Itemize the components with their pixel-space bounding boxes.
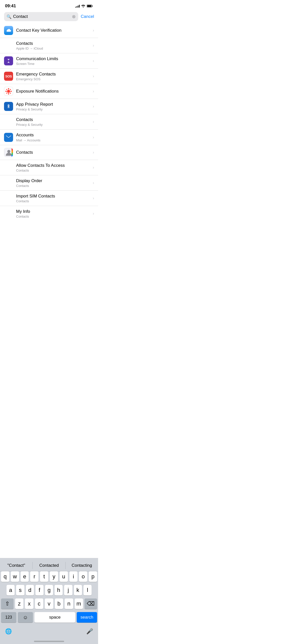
result-title: Accounts [16, 132, 92, 138]
svg-point-12 [10, 89, 11, 90]
search-input[interactable] [13, 14, 70, 19]
result-title: Contacts [16, 41, 92, 46]
list-item[interactable]: My Info Contacts › [0, 206, 98, 221]
list-item[interactable]: Import SIM Contacts Contacts › [0, 191, 98, 206]
svg-point-17 [7, 150, 10, 153]
list-item[interactable]: Exposure Notifications › [0, 84, 98, 99]
result-subtitle: Contacts [16, 215, 92, 218]
svg-point-10 [6, 89, 7, 90]
svg-rect-3 [7, 59, 10, 59]
svg-point-9 [11, 91, 12, 92]
screentime-icon [4, 56, 13, 65]
result-subtitle: Emergency SOS [16, 77, 92, 81]
clear-button[interactable]: ⊗ [72, 14, 76, 19]
cancel-button[interactable]: Cancel [81, 14, 94, 19]
chevron-right-icon: › [93, 104, 94, 109]
chevron-right-icon: › [93, 211, 94, 216]
chevron-right-icon: › [93, 150, 94, 155]
search-input-wrap[interactable]: 🔍 ⊗ [4, 12, 78, 21]
chevron-right-icon: › [93, 135, 94, 140]
contacts-app-icon [4, 148, 13, 157]
mail-icon [4, 133, 13, 142]
sos-icon: SOS [4, 72, 13, 81]
list-item[interactable]: Accounts Mail → Accounts › [0, 130, 98, 145]
privacy-icon [4, 102, 13, 111]
chevron-right-icon: › [93, 74, 94, 78]
list-item[interactable]: Contacts Privacy & Security › [0, 114, 98, 130]
chevron-right-icon: › [93, 59, 94, 63]
results-list: Contact Key Verification › Contacts Appl… [0, 23, 98, 221]
chevron-right-icon: › [93, 196, 94, 200]
result-title: Display Order [16, 178, 92, 184]
svg-rect-22 [12, 155, 13, 157]
svg-rect-4 [7, 63, 10, 63]
result-subtitle: Contacts [16, 169, 92, 172]
result-subtitle: Contacts [16, 199, 92, 203]
result-subtitle: Contacts [16, 184, 92, 188]
result-title: Contacts [16, 150, 92, 155]
chevron-right-icon: › [93, 165, 94, 170]
svg-point-5 [7, 90, 10, 93]
list-item[interactable]: Contacts › [0, 145, 98, 160]
svg-point-8 [6, 91, 7, 92]
result-title: Emergency Contacts [16, 71, 92, 77]
result-subtitle: Privacy & Security [16, 123, 92, 127]
status-icons [75, 5, 93, 8]
list-item[interactable]: App Privacy Report Privacy & Security › [0, 99, 98, 114]
list-item[interactable]: Display Order Contacts › [0, 175, 98, 191]
list-item[interactable]: Communication Limits Screen Time › [0, 53, 98, 69]
svg-rect-20 [12, 150, 13, 153]
result-subtitle: Privacy & Security [16, 107, 92, 111]
result-title: Exposure Notifications [16, 89, 92, 94]
svg-rect-21 [12, 153, 13, 155]
svg-point-7 [8, 93, 9, 95]
list-item[interactable]: Contacts Apple ID → iCloud › [0, 38, 98, 53]
result-subtitle: Mail → Accounts [16, 138, 92, 142]
svg-point-13 [6, 93, 7, 94]
chevron-right-icon: › [93, 89, 94, 94]
svg-point-11 [10, 93, 11, 94]
result-title: Contacts [16, 117, 92, 123]
result-title: Allow Contacts To Access [16, 163, 92, 168]
result-title: App Privacy Report [16, 102, 92, 107]
list-item[interactable]: SOS Emergency Contacts Emergency SOS › [0, 69, 98, 84]
chevron-right-icon: › [93, 119, 94, 124]
chevron-right-icon: › [93, 43, 94, 48]
result-subtitle: Apple ID → iCloud [16, 47, 92, 50]
svg-rect-19 [12, 148, 13, 150]
battery-icon [87, 5, 93, 8]
exposure-icon [4, 87, 13, 96]
chevron-right-icon: › [93, 181, 94, 185]
icloud-icon [4, 26, 13, 35]
search-bar: 🔍 ⊗ Cancel [0, 10, 98, 23]
status-time: 09:41 [5, 4, 16, 9]
list-item[interactable]: Allow Contacts To Access Contacts › [0, 160, 98, 175]
svg-rect-1 [87, 5, 92, 7]
result-title: My Info [16, 209, 92, 214]
list-item[interactable]: Contact Key Verification › [0, 23, 98, 38]
result-title: Communication Limits [16, 56, 92, 62]
svg-point-6 [8, 88, 9, 90]
chevron-right-icon: › [93, 28, 94, 33]
signal-icon [75, 5, 80, 8]
result-title: Import SIM Contacts [16, 193, 92, 199]
result-subtitle: Screen Time [16, 62, 92, 66]
result-title: Contact Key Verification [16, 28, 92, 33]
search-icon: 🔍 [7, 14, 12, 19]
status-bar: 09:41 [0, 0, 98, 10]
wifi-icon [81, 5, 85, 8]
